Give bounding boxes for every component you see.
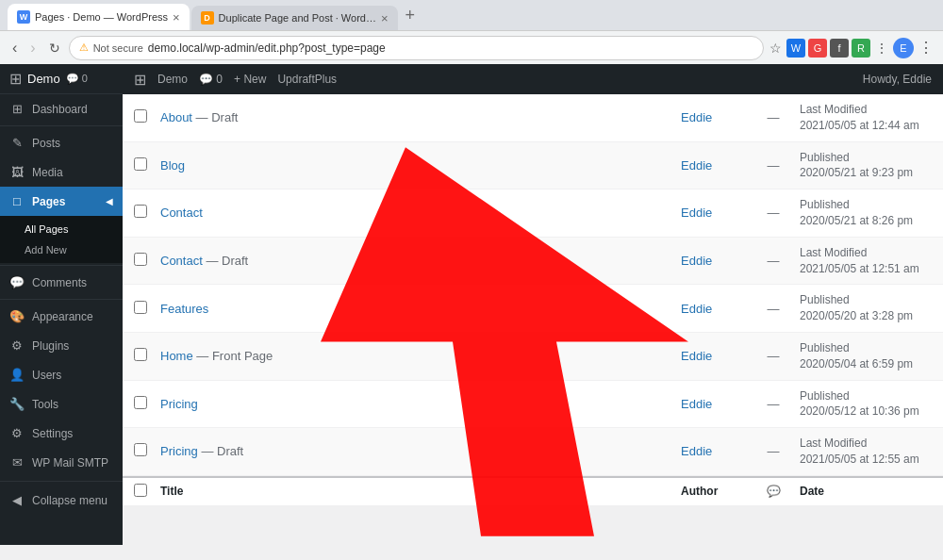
footer-col-comments[interactable]: 💬 — [754, 485, 792, 498]
wp-sidebar: ⊞ Demo 💬 0 ⊞ Dashboard ✎ Posts 🖼 Media — [0, 64, 123, 545]
author-link-pricing[interactable]: Eddie — [681, 397, 712, 411]
checkbox-pricing[interactable] — [134, 396, 147, 409]
sidebar-item-appearance[interactable]: 🎨 Appearance — [0, 302, 123, 331]
browser-tab-2[interactable]: D Duplicate Page and Post · Word… × — [191, 6, 398, 30]
sidebar-item-dashboard[interactable]: ⊞ Dashboard — [0, 94, 123, 124]
forward-button[interactable]: › — [25, 38, 40, 58]
address-url: demo.local/wp-admin/edit.php?post_type=p… — [148, 41, 386, 55]
wp-logo: ⊞ — [9, 70, 22, 88]
footer-col-author[interactable]: Author — [681, 485, 747, 498]
row-author-col: Eddie — [681, 110, 747, 124]
row-checkbox[interactable] — [134, 157, 153, 173]
tab1-close[interactable]: × — [173, 10, 180, 25]
extensions-button[interactable]: ⋮ — [873, 39, 890, 58]
pages-content: About — Draft Eddie — Last Modified2021/… — [123, 94, 943, 545]
pages-icon: □ — [9, 194, 25, 208]
profile-icon[interactable]: E — [893, 38, 914, 58]
row-checkbox[interactable] — [134, 253, 153, 269]
checkbox-about[interactable] — [134, 109, 147, 123]
checkbox-contact-draft[interactable] — [134, 253, 147, 266]
sidebar-submenu-add-new[interactable]: Add New — [0, 239, 123, 260]
checkbox-contact[interactable] — [134, 205, 147, 218]
collapse-menu-button[interactable]: ◀ Collapse menu — [0, 486, 123, 515]
row-checkbox[interactable] — [134, 396, 153, 412]
ext-icon-2[interactable]: G — [808, 39, 827, 58]
sidebar-item-media[interactable]: 🖼 Media — [0, 157, 123, 187]
sidebar-item-pages[interactable]: □ Pages ◀ — [0, 187, 123, 216]
new-tab-button[interactable]: + — [400, 6, 422, 25]
page-link-contact[interactable]: Contact — [160, 206, 203, 220]
row-author-col: Eddie — [681, 254, 747, 268]
ext-icon-1[interactable]: W — [786, 39, 805, 58]
table-row: Contact — Draft Eddie — Last Modified202… — [123, 238, 943, 286]
author-link-features[interactable]: Eddie — [681, 302, 712, 316]
checkbox-home[interactable] — [134, 348, 147, 361]
checkbox-blog[interactable] — [134, 157, 147, 171]
top-new[interactable]: + New — [234, 73, 266, 86]
address-bar[interactable]: ⚠ Not secure demo.local/wp-admin/edit.ph… — [69, 36, 764, 60]
author-link-home[interactable]: Eddie — [681, 349, 712, 363]
checkbox-features[interactable] — [134, 301, 147, 314]
page-link-pricing[interactable]: Pricing — [160, 397, 198, 411]
author-link-pricing-draft[interactable]: Eddie — [681, 444, 712, 458]
page-status-home: — Front Page — [196, 349, 273, 363]
back-button[interactable]: ‹ — [8, 38, 22, 58]
sidebar-item-comments[interactable]: 💬 Comments — [0, 268, 123, 297]
author-link-about[interactable]: Eddie — [681, 110, 712, 124]
checkbox-pricing-draft[interactable] — [134, 443, 147, 456]
author-link-blog[interactable]: Eddie — [681, 158, 712, 173]
top-site-name[interactable]: Demo — [157, 73, 188, 86]
comments-badge[interactable]: 💬 0 — [66, 73, 88, 85]
row-checkbox[interactable] — [134, 205, 153, 221]
footer-col-date[interactable]: Date — [800, 485, 932, 498]
sidebar-item-posts[interactable]: ✎ Posts — [0, 128, 123, 157]
bookmark-icon[interactable]: ☆ — [768, 39, 784, 58]
reload-button[interactable]: ↻ — [44, 39, 65, 58]
row-author-col: Eddie — [681, 158, 747, 173]
dashboard-icon: ⊞ — [9, 102, 25, 116]
chrome-menu[interactable]: ⋮ — [917, 37, 935, 58]
row-date-col: Last Modified2021/05/05 at 12:51 am — [800, 245, 932, 277]
sidebar-submenu-all-pages[interactable]: All Pages — [0, 219, 123, 239]
browser-tab-1[interactable]: W Pages · Demo — WordPress × — [8, 4, 190, 30]
row-checkbox[interactable] — [134, 443, 153, 459]
sidebar-item-plugins[interactable]: ⚙ Plugins — [0, 331, 123, 360]
ext-icon-4[interactable]: R — [852, 39, 870, 58]
settings-label: Settings — [32, 427, 73, 440]
top-comments[interactable]: 💬 0 — [199, 73, 223, 86]
footer-select-all[interactable] — [134, 484, 147, 497]
tab1-favicon: W — [17, 10, 30, 24]
settings-icon: ⚙ — [9, 426, 25, 440]
page-link-blog[interactable]: Blog — [160, 158, 185, 173]
author-link-contact-draft[interactable]: Eddie — [681, 254, 712, 268]
row-date-col: Last Modified2021/05/05 at 12:44 am — [800, 102, 932, 134]
page-link-pricing-draft[interactable]: Pricing — [160, 444, 198, 458]
sidebar-item-wpmail[interactable]: ✉ WP Mail SMTP — [0, 448, 123, 477]
author-link-contact[interactable]: Eddie — [681, 206, 712, 220]
page-link-features[interactable]: Features — [160, 302, 208, 316]
sidebar-item-tools[interactable]: 🔧 Tools — [0, 389, 123, 419]
row-checkbox[interactable] — [134, 301, 153, 317]
page-link-contact-draft[interactable]: Contact — [160, 254, 203, 268]
sidebar-item-users[interactable]: 👤 Users — [0, 360, 123, 389]
row-checkbox[interactable] — [134, 348, 153, 364]
row-author-col: Eddie — [681, 349, 747, 363]
security-icon: ⚠ — [79, 41, 89, 54]
sidebar-item-settings[interactable]: ⚙ Settings — [0, 419, 123, 448]
row-checkbox[interactable] — [134, 109, 153, 125]
row-title-col: Contact — [160, 206, 673, 220]
page-link-about[interactable]: About — [160, 110, 192, 124]
table-row: About — Draft Eddie — Last Modified2021/… — [123, 94, 943, 142]
row-date-col: Published2020/05/04 at 6:59 pm — [800, 340, 932, 372]
site-name[interactable]: Demo — [27, 72, 60, 86]
ext-icon-3[interactable]: f — [830, 39, 849, 58]
media-label: Media — [32, 166, 63, 179]
top-updraft[interactable]: UpdraftPlus — [277, 73, 337, 86]
page-link-home[interactable]: Home — [160, 349, 193, 363]
top-bar-right: Howdy, Eddie — [863, 73, 932, 86]
tab2-close[interactable]: × — [381, 11, 389, 25]
footer-col-title[interactable]: Title — [160, 485, 673, 498]
posts-icon: ✎ — [9, 136, 25, 150]
tab2-favicon: D — [201, 11, 214, 25]
security-label: Not secure — [93, 42, 143, 54]
